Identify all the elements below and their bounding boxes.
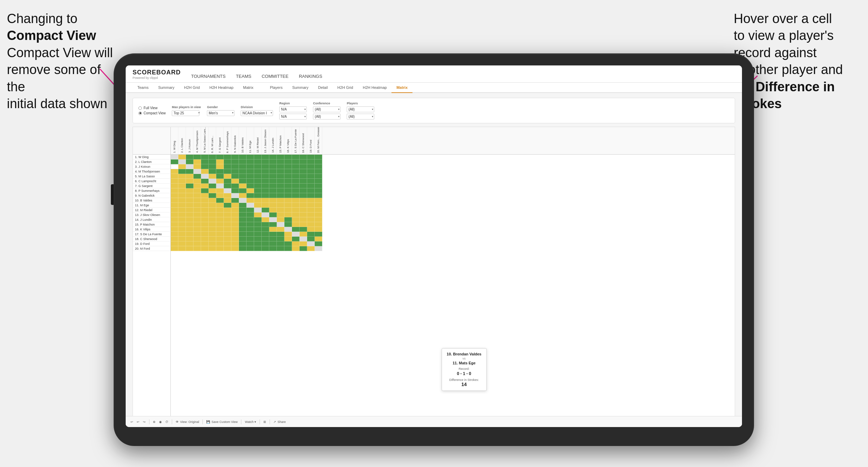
grid-cell-13-18[interactable] <box>300 212 307 217</box>
grid-cell-19-19[interactable] <box>307 241 315 246</box>
grid-cell-19-10[interactable] <box>239 241 247 246</box>
grid-cell-6-2[interactable] <box>178 179 186 184</box>
grid-cell-11-10[interactable] <box>239 203 247 208</box>
grid-cell-4-19[interactable] <box>307 169 315 174</box>
grid-cell-20-4[interactable] <box>194 246 201 251</box>
grid-cell-19-9[interactable] <box>231 241 239 246</box>
grid-cell-12-16[interactable] <box>284 208 292 212</box>
grid-cell-17-16[interactable] <box>284 232 292 237</box>
grid-cell-3-12[interactable] <box>254 164 262 169</box>
grid-cell-4-6[interactable] <box>209 169 216 174</box>
tab-h2h-grid-1[interactable]: H2H Grid <box>179 83 205 93</box>
grid-cell-15-1[interactable] <box>171 222 178 227</box>
grid-cell-18-12[interactable] <box>254 237 262 241</box>
grid-cell-11-20[interactable] <box>315 203 322 208</box>
grid-cell-3-10[interactable] <box>239 164 247 169</box>
grid-cell-14-14[interactable] <box>269 217 277 222</box>
grid-cell-19-16[interactable] <box>284 241 292 246</box>
grid-cell-11-7[interactable] <box>216 203 224 208</box>
grid-cell-1-17[interactable] <box>292 155 300 159</box>
grid-cell-15-17[interactable] <box>292 222 300 227</box>
grid-cell-7-18[interactable] <box>300 184 307 188</box>
toolbar-save-custom[interactable]: 💾 Save Custom View <box>206 420 238 424</box>
grid-cell-12-15[interactable] <box>277 208 284 212</box>
grid-cell-2-4[interactable] <box>194 159 201 164</box>
grid-cell-5-11[interactable] <box>247 174 254 179</box>
grid-cell-20-19[interactable] <box>307 246 315 251</box>
grid-cell-12-7[interactable] <box>216 208 224 212</box>
grid-cell-8-11[interactable] <box>247 188 254 193</box>
grid-cell-16-10[interactable] <box>239 227 247 232</box>
grid-cell-1-4[interactable] <box>194 155 201 159</box>
grid-cell-19-15[interactable] <box>277 241 284 246</box>
grid-cell-14-19[interactable] <box>307 217 315 222</box>
gender-select[interactable]: Men's <box>207 110 234 116</box>
grid-cell-13-9[interactable] <box>231 212 239 217</box>
grid-cell-15-18[interactable] <box>300 222 307 227</box>
grid-cell-3-1[interactable] <box>171 164 178 169</box>
grid-cell-14-5[interactable] <box>201 217 209 222</box>
grid-cell-12-5[interactable] <box>201 208 209 212</box>
grid-cell-8-6[interactable] <box>209 188 216 193</box>
conference-select-1[interactable]: (All) <box>313 106 341 112</box>
grid-cell-17-10[interactable] <box>239 232 247 237</box>
grid-cell-7-3[interactable] <box>186 184 194 188</box>
grid-cell-6-15[interactable] <box>277 179 284 184</box>
grid-cell-11-6[interactable] <box>209 203 216 208</box>
grid-cell-10-8[interactable] <box>224 198 231 203</box>
grid-cell-17-1[interactable] <box>171 232 178 237</box>
grid-cell-13-11[interactable] <box>247 212 254 217</box>
grid-cell-9-4[interactable] <box>194 193 201 198</box>
grid-cell-5-7[interactable] <box>216 174 224 179</box>
grid-cell-20-9[interactable] <box>231 246 239 251</box>
grid-cell-2-8[interactable] <box>224 159 231 164</box>
grid-cell-8-15[interactable] <box>277 188 284 193</box>
grid-cell-11-1[interactable] <box>171 203 178 208</box>
grid-cell-17-4[interactable] <box>194 232 201 237</box>
grid-cell-16-11[interactable] <box>247 227 254 232</box>
grid-cell-11-3[interactable] <box>186 203 194 208</box>
grid-cell-13-8[interactable] <box>224 212 231 217</box>
grid-cell-9-7[interactable] <box>216 193 224 198</box>
grid-cell-14-18[interactable] <box>300 217 307 222</box>
grid-cell-20-7[interactable] <box>216 246 224 251</box>
grid-cell-16-2[interactable] <box>178 227 186 232</box>
grid-cell-18-18[interactable] <box>300 237 307 241</box>
grid-cell-12-1[interactable] <box>171 208 178 212</box>
grid-cell-16-19[interactable] <box>307 227 315 232</box>
grid-cell-16-8[interactable] <box>224 227 231 232</box>
grid-cell-20-6[interactable] <box>209 246 216 251</box>
grid-cell-18-4[interactable] <box>194 237 201 241</box>
grid-cell-6-3[interactable] <box>186 179 194 184</box>
grid-cell-13-12[interactable] <box>254 212 262 217</box>
grid-cell-11-5[interactable] <box>201 203 209 208</box>
grid-cell-1-8[interactable] <box>224 155 231 159</box>
grid-cell-20-20[interactable] <box>315 246 322 251</box>
grid-cell-13-20[interactable] <box>315 212 322 217</box>
grid-cell-11-18[interactable] <box>300 203 307 208</box>
grid-cell-4-3[interactable] <box>186 169 194 174</box>
grid-cell-18-2[interactable] <box>178 237 186 241</box>
grid-cell-20-10[interactable] <box>239 246 247 251</box>
toolbar-share[interactable]: ↗ Share <box>273 420 286 424</box>
grid-cell-15-3[interactable] <box>186 222 194 227</box>
grid-cell-10-20[interactable] <box>315 198 322 203</box>
grid-cell-1-2[interactable] <box>178 155 186 159</box>
grid-cell-8-7[interactable] <box>216 188 224 193</box>
grid-cell-4-18[interactable] <box>300 169 307 174</box>
grid-cell-14-6[interactable] <box>209 217 216 222</box>
grid-cell-16-16[interactable] <box>284 227 292 232</box>
nav-rankings[interactable]: RANKINGS <box>299 74 322 82</box>
grid-cell-2-18[interactable] <box>300 159 307 164</box>
grid-cell-19-1[interactable] <box>171 241 178 246</box>
grid-cell-6-4[interactable] <box>194 179 201 184</box>
grid-cell-14-20[interactable] <box>315 217 322 222</box>
grid-cell-18-9[interactable] <box>231 237 239 241</box>
grid-cell-10-4[interactable] <box>194 198 201 203</box>
grid-cell-4-15[interactable] <box>277 169 284 174</box>
tab-h2h-heatmap-1[interactable]: H2H Heatmap <box>205 83 238 93</box>
grid-cell-8-20[interactable] <box>315 188 322 193</box>
grid-cell-3-5[interactable] <box>201 164 209 169</box>
grid-cell-5-1[interactable] <box>171 174 178 179</box>
grid-cell-20-18[interactable] <box>300 246 307 251</box>
